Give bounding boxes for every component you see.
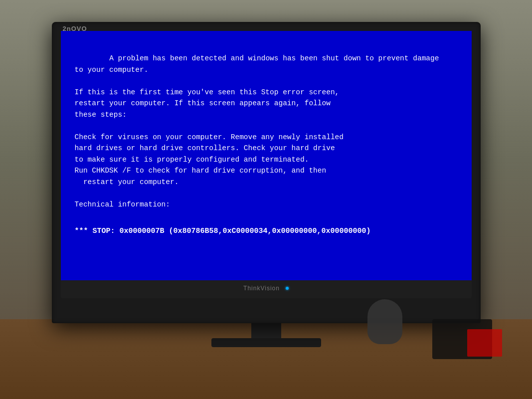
monitor: 2nOVO A problem has been detected and wi… — [52, 22, 481, 347]
monitor-bezel: 2nOVO A problem has been detected and wi… — [52, 22, 481, 323]
red-sticker — [467, 329, 502, 357]
bsod-line6: Check for viruses on your computer. Remo… — [75, 133, 344, 141]
bsod-line5: these steps: — [75, 111, 127, 119]
bsod-line9: Run CHKDSK /F to check for hard drive co… — [75, 167, 327, 175]
bsod-line10: restart your computer. — [75, 178, 179, 186]
mouse-object — [367, 299, 402, 344]
bsod-line2: to your computer. — [75, 66, 149, 74]
bsod-line11: Technical information: — [75, 200, 170, 208]
monitor-bottom-bar: ThinkVision — [61, 280, 472, 298]
bsod-line4: restart your computer. If this screen ap… — [75, 99, 331, 107]
monitor-screen: A problem has been detected and windows … — [61, 31, 472, 280]
bsod-content: A problem has been detected and windows … — [75, 42, 458, 221]
bsod-line8: to make sure it is properly configured a… — [75, 156, 309, 164]
bsod-stop-code: *** STOP: 0x0000007B (0x80786B58,0xC0000… — [75, 225, 458, 237]
power-led — [286, 287, 289, 290]
bsod-line1: A problem has been detected and windows … — [109, 54, 439, 62]
bsod-line7: hard drives or hard drive controllers. C… — [75, 144, 335, 152]
monitor-stand-neck — [251, 323, 281, 338]
bsod-line3: If this is the first time you've seen th… — [75, 88, 340, 96]
monitor-bottom-brand: ThinkVision — [243, 285, 280, 292]
monitor-stand-base — [211, 338, 321, 347]
